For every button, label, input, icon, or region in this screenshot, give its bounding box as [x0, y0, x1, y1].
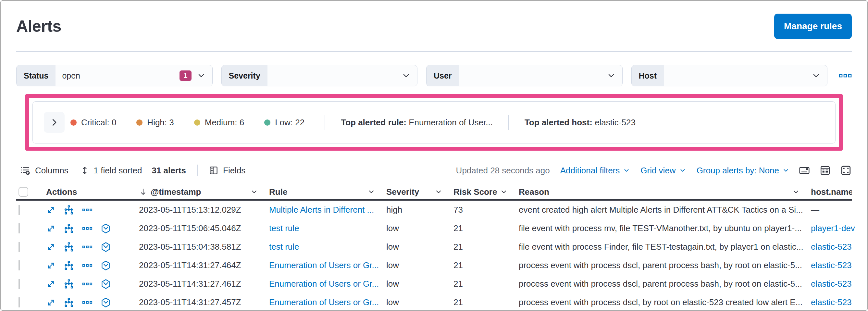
analyze-event-icon[interactable]: [64, 260, 74, 271]
severity-counts: Critical: 0 High: 3 Medium: 6 Low: 22: [70, 118, 324, 128]
cell-reason: process event with process dscl, by root…: [519, 298, 811, 307]
filter-groups: Status open 1 Severity User: [16, 65, 828, 86]
filter-group[interactable]: Status open 1: [16, 65, 213, 86]
header-severity[interactable]: Severity: [386, 187, 454, 197]
expand-alert-icon[interactable]: [46, 224, 56, 234]
header-risk-score[interactable]: Risk Score: [454, 187, 519, 197]
table-toolbar: Columns 1 field sorted 31 alerts: [16, 163, 852, 178]
table-row: 2023-05-11T15:06:45.046Z test rule low 2…: [16, 219, 852, 238]
filter-bar: Status open 1 Severity User: [16, 65, 852, 86]
expand-alert-icon[interactable]: [46, 298, 56, 307]
expand-alert-icon[interactable]: [46, 261, 56, 271]
analyze-event-icon[interactable]: [64, 298, 74, 308]
summary-divider: [324, 115, 325, 130]
more-actions-icon[interactable]: [82, 280, 93, 288]
top-host-value: elastic-523: [595, 118, 636, 127]
header-host-name[interactable]: host.name: [811, 187, 852, 197]
annotation-highlight-box: Critical: 0 High: 3 Medium: 6 Low: 22 To…: [25, 94, 843, 151]
session-viewer-icon[interactable]: [101, 298, 111, 308]
expand-alert-icon[interactable]: [46, 242, 56, 252]
table-row: 2023-05-11T15:04:38.581Z test rule low 2…: [16, 238, 852, 256]
select-all-checkbox[interactable]: [19, 187, 28, 197]
row-checkbox[interactable]: [19, 223, 20, 234]
cell-host-name[interactable]: elastic-523: [811, 260, 852, 270]
cell-rule-link[interactable]: test rule: [269, 223, 299, 233]
row-actions: [46, 242, 139, 252]
grid-view-dropdown[interactable]: Grid view: [641, 165, 686, 176]
columns-button[interactable]: Columns: [20, 165, 68, 176]
session-viewer-icon[interactable]: [101, 260, 111, 271]
updated-status: Updated 28 seconds ago: [456, 165, 550, 176]
row-checkbox[interactable]: [19, 298, 20, 307]
cell-host-name[interactable]: player1-dev: [811, 223, 855, 233]
fullscreen-icon[interactable]: [840, 164, 852, 176]
keyboard-shortcuts-icon[interactable]: [799, 164, 810, 176]
severity-count-label: Low: 22: [275, 118, 305, 128]
column-menu-icon[interactable]: [250, 188, 258, 196]
chevron-down-icon: [679, 167, 686, 174]
cell-reason: process event with process dscl, parent …: [519, 279, 811, 289]
more-actions-icon[interactable]: [82, 243, 93, 251]
row-checkbox[interactable]: [19, 205, 20, 215]
column-menu-icon[interactable]: [435, 188, 442, 196]
manage-rules-button[interactable]: Manage rules: [774, 13, 852, 39]
filter-group[interactable]: Severity: [221, 65, 418, 86]
row-checkbox[interactable]: [19, 242, 20, 252]
cell-host-name[interactable]: elastic-523: [811, 279, 852, 289]
session-viewer-icon[interactable]: [101, 279, 111, 289]
column-menu-icon[interactable]: [792, 188, 800, 196]
fields-button[interactable]: Fields: [209, 165, 245, 176]
cell-rule-link[interactable]: Enumeration of Users or Gr...: [269, 298, 379, 307]
display-density-icon[interactable]: [819, 164, 831, 176]
expand-alert-icon[interactable]: [46, 205, 56, 215]
grid-view-label: Grid view: [641, 165, 676, 176]
more-actions-icon[interactable]: [82, 298, 93, 307]
sorted-fields-button[interactable]: 1 field sorted: [80, 165, 142, 176]
severity-dot-icon: [70, 120, 76, 126]
column-menu-icon[interactable]: [500, 188, 508, 196]
cell-rule-link[interactable]: Enumeration of Users or Gr...: [269, 279, 379, 289]
cell-timestamp: 2023-05-11T14:31:27.457Z: [139, 298, 269, 307]
analyze-event-icon[interactable]: [64, 279, 74, 289]
row-actions: [46, 205, 139, 215]
group-alerts-by-dropdown[interactable]: Group alerts by: None: [696, 165, 789, 176]
row-checkbox[interactable]: [19, 260, 20, 271]
top-rule-label: Top alerted rule:: [341, 118, 406, 127]
more-filters-icon[interactable]: [839, 71, 852, 81]
analyze-event-icon[interactable]: [64, 223, 74, 234]
severity-count-item: Critical: 0: [70, 118, 116, 128]
cell-rule-link[interactable]: Multiple Alerts in Different ...: [269, 205, 374, 215]
session-viewer-icon[interactable]: [101, 223, 111, 234]
severity-dot-icon: [194, 120, 200, 126]
row-checkbox[interactable]: [19, 279, 20, 289]
table-header-row: Actions @timestamp Rule: [16, 184, 852, 200]
analyze-event-icon[interactable]: [64, 242, 74, 252]
table-row: 2023-05-11T14:31:27.461Z Enumeration of …: [16, 275, 852, 293]
cell-rule-link[interactable]: Enumeration of Users or Gr...: [269, 260, 379, 270]
alerts-table: Actions @timestamp Rule: [16, 184, 852, 311]
filter-group[interactable]: User: [426, 65, 623, 86]
cell-host-name[interactable]: elastic-523: [811, 298, 852, 307]
cell-rule-link[interactable]: test rule: [269, 242, 299, 252]
analyze-event-icon[interactable]: [64, 205, 74, 215]
more-actions-icon[interactable]: [82, 261, 93, 270]
more-actions-icon[interactable]: [82, 206, 93, 214]
row-actions: [46, 223, 139, 234]
filter-count-badge: 1: [180, 70, 191, 81]
header-rule[interactable]: Rule: [269, 187, 386, 197]
session-viewer-icon[interactable]: [101, 242, 111, 252]
column-menu-icon[interactable]: [368, 188, 375, 196]
header-timestamp[interactable]: @timestamp: [139, 187, 269, 197]
more-actions-icon[interactable]: [82, 224, 93, 233]
severity-count-item: High: 3: [136, 118, 174, 128]
header-reason[interactable]: Reason: [519, 187, 811, 197]
additional-filters-dropdown[interactable]: Additional filters: [560, 165, 630, 176]
cell-host-name: —: [811, 205, 819, 215]
cell-reason: process event with process dscl, parent …: [519, 260, 811, 271]
cell-reason: file event with process mv, file TEST-VM…: [519, 223, 811, 234]
cell-host-name[interactable]: elastic-523: [811, 242, 852, 252]
filter-group[interactable]: Host: [631, 65, 828, 86]
expand-summary-button[interactable]: [44, 112, 65, 133]
expand-alert-icon[interactable]: [46, 279, 56, 289]
row-actions: [46, 279, 139, 289]
